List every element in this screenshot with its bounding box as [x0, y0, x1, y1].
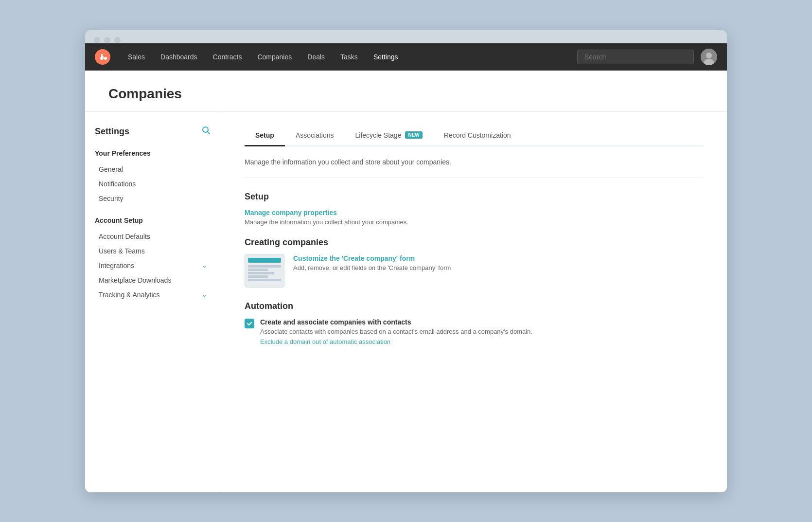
sidebar-item-security[interactable]: Security: [95, 191, 211, 206]
exclude-domain-link[interactable]: Exclude a domain out of automatic associ…: [260, 338, 390, 345]
sidebar-section-title-account-setup: Account Setup: [95, 216, 211, 224]
page-title: Companies: [108, 86, 704, 102]
hubspot-logo: [95, 49, 110, 65]
main-layout: Settings Your Preferences General: [85, 112, 727, 492]
customize-form-desc: Add, remove, or edit fields on the 'Crea…: [293, 264, 451, 271]
sidebar-item-account-defaults[interactable]: Account Defaults: [95, 229, 211, 244]
navbar: Sales Dashboards Contracts Companies Dea…: [85, 43, 727, 71]
nav-item-dashboards[interactable]: Dashboards: [153, 43, 205, 71]
browser-chrome: [85, 30, 727, 43]
browser-dot-2: [104, 37, 110, 43]
browser-dot-1: [94, 37, 100, 43]
form-thumbnail: [245, 254, 284, 288]
creating-companies-section: Creating companies Customize the 'Create…: [245, 237, 704, 288]
manage-company-properties-link[interactable]: Manage company properties: [245, 209, 704, 216]
sidebar-item-general[interactable]: General: [95, 162, 211, 177]
tabs: Setup Associations Lifecycle Stage NEW R…: [245, 126, 704, 146]
checkbox-desc: Associate contacts with companies based …: [260, 328, 532, 335]
content-divider: [245, 178, 704, 178]
browser-window: Sales Dashboards Contracts Companies Dea…: [85, 30, 727, 492]
creating-companies-title: Creating companies: [245, 237, 704, 248]
checkbox-checked[interactable]: [245, 319, 254, 328]
browser-dot-3: [114, 37, 121, 43]
checkbox-text: Create and associate companies with cont…: [260, 318, 532, 346]
creating-companies-content: Customize the 'Create company' form Add,…: [245, 254, 704, 288]
checkbox-label: Create and associate companies with cont…: [260, 318, 532, 326]
setup-section-title: Setup: [245, 192, 704, 202]
tab-lifecycle-stage[interactable]: Lifecycle Stage NEW: [344, 126, 433, 146]
sidebar-section-account-setup: Account Setup Account Defaults Users & T…: [95, 216, 211, 302]
thumb-row-4: [248, 275, 268, 278]
tab-setup[interactable]: Setup: [245, 126, 285, 146]
nav-item-companies[interactable]: Companies: [249, 43, 300, 71]
search-input[interactable]: [577, 50, 694, 64]
thumb-row-5: [248, 279, 281, 281]
thumb-row-2: [248, 269, 268, 271]
nav-item-deals[interactable]: Deals: [300, 43, 333, 71]
sidebar-title: Settings: [95, 126, 129, 137]
nav-item-tasks[interactable]: Tasks: [333, 43, 366, 71]
tab-record-customization[interactable]: Record Customization: [433, 126, 522, 146]
chevron-down-icon: ⌄: [202, 262, 207, 269]
customize-form-link[interactable]: Customize the 'Create company' form: [293, 254, 451, 262]
page-content: Companies Settings Your Preferences: [85, 71, 727, 492]
tab-associations[interactable]: Associations: [285, 126, 345, 146]
svg-point-1: [104, 57, 107, 60]
thumb-header-bar: [248, 258, 281, 263]
nav-item-contracts[interactable]: Contracts: [205, 43, 250, 71]
avatar: [701, 49, 717, 65]
sidebar-item-notifications[interactable]: Notifications: [95, 177, 211, 191]
new-badge: NEW: [405, 131, 422, 139]
sidebar-section-preferences: Your Preferences General Notifications S…: [95, 149, 211, 206]
sidebar-item-users-teams[interactable]: Users & Teams: [95, 244, 211, 258]
creating-companies-text: Customize the 'Create company' form Add,…: [293, 254, 451, 283]
thumb-row-3: [248, 272, 274, 274]
automation-title: Automation: [245, 301, 704, 311]
content-area: Setup Associations Lifecycle Stage NEW R…: [221, 112, 727, 492]
search-icon[interactable]: [201, 126, 211, 138]
nav-item-settings[interactable]: Settings: [366, 43, 406, 71]
checkbox-row: Create and associate companies with cont…: [245, 318, 704, 346]
sidebar: Settings Your Preferences General: [85, 112, 221, 492]
nav-item-sales[interactable]: Sales: [120, 43, 153, 71]
page-header: Companies: [85, 71, 727, 112]
sidebar-header: Settings: [95, 126, 211, 138]
chevron-down-icon-2: ⌄: [202, 291, 207, 298]
svg-point-3: [706, 53, 712, 58]
nav-items: Sales Dashboards Contracts Companies Dea…: [120, 43, 577, 71]
setup-section: Setup Manage company properties Manage t…: [245, 192, 704, 226]
sidebar-item-integrations[interactable]: Integrations ⌄: [95, 258, 211, 273]
sidebar-section-title-preferences: Your Preferences: [95, 149, 211, 157]
manage-company-properties-desc: Manage the information you collect about…: [245, 218, 704, 226]
thumb-row-1: [248, 265, 281, 268]
sidebar-item-marketplace-downloads[interactable]: Marketplace Downloads: [95, 273, 211, 288]
automation-section: Automation Create and associate companie…: [245, 301, 704, 346]
content-description: Manage the information you collect and s…: [245, 158, 704, 166]
sidebar-item-tracking-analytics[interactable]: Tracking & Analytics ⌄: [95, 288, 211, 302]
